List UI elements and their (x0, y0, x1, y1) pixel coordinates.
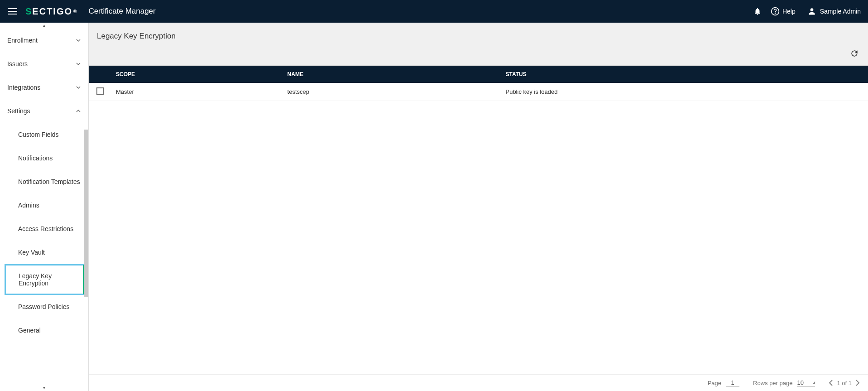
sidebar-scroll-up[interactable]: ▲ (0, 23, 88, 29)
app-title: Certificate Manager (88, 7, 155, 16)
data-table: SCOPE NAME STATUS Master testscep Public… (89, 66, 868, 101)
cell-scope: Master (111, 83, 283, 101)
next-page-button[interactable] (855, 380, 860, 386)
table-header-status[interactable]: STATUS (501, 66, 868, 83)
help-label: Help (782, 8, 796, 15)
page-input[interactable] (726, 379, 739, 386)
sidebar-scroll-down[interactable]: ▼ (0, 385, 88, 391)
notifications-button[interactable] (753, 6, 762, 16)
chevron-down-icon (76, 85, 81, 90)
sidebar-item-access-restrictions[interactable]: Access Restrictions (0, 217, 88, 241)
refresh-button[interactable] (850, 49, 860, 59)
sidebar-scrollbar[interactable] (84, 130, 88, 297)
page-title: Legacy Key Encryption (89, 23, 868, 45)
settings-children: Custom Fields Notifications Notification… (0, 123, 88, 342)
sidebar-item-issuers[interactable]: Issuers (0, 52, 88, 76)
sidebar-item-general[interactable]: General (0, 319, 88, 342)
sidebar-item-label: Settings (7, 107, 30, 115)
page-label: Page (708, 380, 721, 386)
hamburger-icon (8, 8, 17, 14)
chevron-down-icon (76, 38, 81, 43)
table-header-row: SCOPE NAME STATUS (89, 66, 868, 83)
pagination: Page Rows per page 10 ◢ 1 of 1 (89, 374, 868, 391)
main-content: Legacy Key Encryption SCOPE NAME STATUS (89, 23, 868, 391)
refresh-icon (850, 49, 859, 58)
help-icon (771, 7, 780, 16)
svg-point-2 (810, 8, 813, 11)
user-name-label: Sample Admin (820, 8, 861, 15)
table-header-checkbox (89, 66, 111, 83)
row-checkbox[interactable] (96, 87, 104, 95)
sidebar-item-password-policies[interactable]: Password Policies (0, 295, 88, 319)
table-row[interactable]: Master testscep Public key is loaded (89, 83, 868, 101)
topbar: SECTIGO® Certificate Manager Help Sample… (0, 0, 868, 23)
table-header-name[interactable]: NAME (283, 66, 501, 83)
sidebar-item-label: Issuers (7, 60, 28, 68)
sidebar-item-legacy-key-encryption[interactable]: Legacy Key Encryption (5, 264, 85, 295)
menu-toggle-button[interactable] (7, 6, 18, 17)
dropdown-triangle-icon: ◢ (812, 381, 815, 385)
help-button[interactable]: Help (771, 7, 796, 16)
sidebar-item-settings[interactable]: Settings (0, 99, 88, 123)
sidebar-item-admins[interactable]: Admins (0, 193, 88, 217)
sidebar-item-notification-templates[interactable]: Notification Templates (0, 170, 88, 193)
bell-icon (753, 7, 762, 15)
sidebar-item-label: Enrollment (7, 37, 38, 44)
sidebar: ▲ Enrollment Issuers Integrations Settin… (0, 23, 89, 391)
chevron-up-icon (76, 108, 81, 114)
chevron-right-icon (855, 380, 860, 386)
cell-name: testscep (283, 83, 501, 101)
rows-per-page-value: 10 (797, 379, 803, 386)
sidebar-item-custom-fields[interactable]: Custom Fields (0, 123, 88, 146)
rows-per-page-label: Rows per page (753, 380, 792, 386)
brand-logo: SECTIGO® (25, 6, 77, 17)
user-icon (807, 7, 816, 16)
table-header-scope[interactable]: SCOPE (111, 66, 283, 83)
user-menu-button[interactable]: Sample Admin (807, 7, 861, 16)
chevron-left-icon (829, 380, 833, 386)
chevron-down-icon (76, 61, 81, 67)
rows-per-page-select[interactable]: 10 ◢ (797, 379, 815, 386)
sidebar-item-label: Integrations (7, 84, 40, 91)
sidebar-item-enrollment[interactable]: Enrollment (0, 29, 88, 52)
sidebar-item-notifications[interactable]: Notifications (0, 146, 88, 170)
svg-point-1 (775, 13, 776, 14)
page-range-text: 1 of 1 (837, 380, 852, 386)
sidebar-item-integrations[interactable]: Integrations (0, 76, 88, 99)
prev-page-button[interactable] (829, 380, 833, 386)
cell-status: Public key is loaded (501, 83, 868, 101)
sidebar-item-key-vault[interactable]: Key Vault (0, 241, 88, 264)
